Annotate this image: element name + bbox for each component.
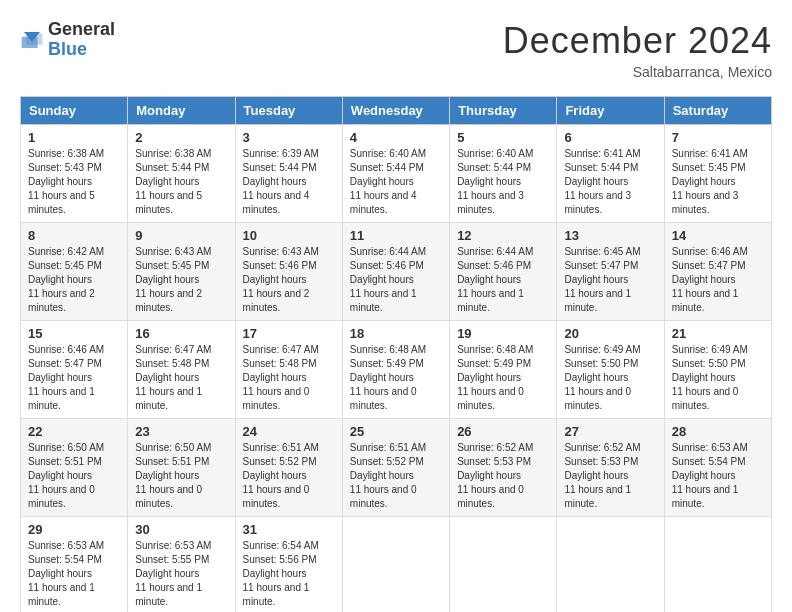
day-info: Sunrise: 6:53 AM Sunset: 5:55 PM Dayligh…	[135, 539, 227, 609]
logo-blue: Blue	[48, 40, 115, 60]
table-row	[342, 517, 449, 613]
daylight-label: Daylight hours	[28, 372, 92, 383]
daylight-value: 11 hours and 3 minutes.	[672, 190, 739, 215]
day-number: 28	[672, 424, 764, 439]
sunrise-label: Sunrise: 6:50 AM	[28, 442, 104, 453]
day-info: Sunrise: 6:53 AM Sunset: 5:54 PM Dayligh…	[672, 441, 764, 511]
daylight-value: 11 hours and 2 minutes.	[243, 288, 310, 313]
daylight-label: Daylight hours	[243, 274, 307, 285]
daylight-label: Daylight hours	[457, 176, 521, 187]
sunset-label: Sunset: 5:49 PM	[457, 358, 531, 369]
sunrise-label: Sunrise: 6:44 AM	[350, 246, 426, 257]
day-info: Sunrise: 6:52 AM Sunset: 5:53 PM Dayligh…	[564, 441, 656, 511]
day-number: 14	[672, 228, 764, 243]
daylight-label: Daylight hours	[457, 274, 521, 285]
daylight-label: Daylight hours	[135, 176, 199, 187]
sunset-label: Sunset: 5:44 PM	[350, 162, 424, 173]
daylight-label: Daylight hours	[564, 470, 628, 481]
sunrise-label: Sunrise: 6:49 AM	[672, 344, 748, 355]
day-number: 16	[135, 326, 227, 341]
daylight-label: Daylight hours	[28, 176, 92, 187]
day-number: 18	[350, 326, 442, 341]
title-area: December 2024 Saltabarranca, Mexico	[503, 20, 772, 80]
day-info: Sunrise: 6:47 AM Sunset: 5:48 PM Dayligh…	[243, 343, 335, 413]
day-number: 1	[28, 130, 120, 145]
table-row: 6 Sunrise: 6:41 AM Sunset: 5:44 PM Dayli…	[557, 125, 664, 223]
logo-general: General	[48, 20, 115, 40]
day-info: Sunrise: 6:50 AM Sunset: 5:51 PM Dayligh…	[28, 441, 120, 511]
daylight-label: Daylight hours	[672, 372, 736, 383]
daylight-label: Daylight hours	[28, 274, 92, 285]
day-number: 30	[135, 522, 227, 537]
sunset-label: Sunset: 5:45 PM	[135, 260, 209, 271]
daylight-label: Daylight hours	[243, 176, 307, 187]
day-info: Sunrise: 6:53 AM Sunset: 5:54 PM Dayligh…	[28, 539, 120, 609]
sunset-label: Sunset: 5:54 PM	[672, 456, 746, 467]
daylight-value: 11 hours and 1 minute.	[350, 288, 417, 313]
daylight-label: Daylight hours	[243, 568, 307, 579]
sunrise-label: Sunrise: 6:52 AM	[564, 442, 640, 453]
header-wednesday: Wednesday	[342, 97, 449, 125]
header-monday: Monday	[128, 97, 235, 125]
day-number: 9	[135, 228, 227, 243]
table-row: 18 Sunrise: 6:48 AM Sunset: 5:49 PM Dayl…	[342, 321, 449, 419]
table-row: 27 Sunrise: 6:52 AM Sunset: 5:53 PM Dayl…	[557, 419, 664, 517]
day-number: 31	[243, 522, 335, 537]
sunset-label: Sunset: 5:46 PM	[457, 260, 531, 271]
table-row	[557, 517, 664, 613]
day-number: 23	[135, 424, 227, 439]
logo: General Blue	[20, 20, 115, 60]
daylight-label: Daylight hours	[135, 372, 199, 383]
table-row: 20 Sunrise: 6:49 AM Sunset: 5:50 PM Dayl…	[557, 321, 664, 419]
daylight-value: 11 hours and 1 minute.	[564, 484, 631, 509]
daylight-value: 11 hours and 4 minutes.	[243, 190, 310, 215]
sunset-label: Sunset: 5:45 PM	[672, 162, 746, 173]
table-row: 1 Sunrise: 6:38 AM Sunset: 5:43 PM Dayli…	[21, 125, 128, 223]
day-number: 5	[457, 130, 549, 145]
day-info: Sunrise: 6:40 AM Sunset: 5:44 PM Dayligh…	[457, 147, 549, 217]
day-info: Sunrise: 6:44 AM Sunset: 5:46 PM Dayligh…	[457, 245, 549, 315]
sunrise-label: Sunrise: 6:40 AM	[457, 148, 533, 159]
header-sunday: Sunday	[21, 97, 128, 125]
month-title: December 2024	[503, 20, 772, 62]
sunset-label: Sunset: 5:51 PM	[28, 456, 102, 467]
table-row: 13 Sunrise: 6:45 AM Sunset: 5:47 PM Dayl…	[557, 223, 664, 321]
daylight-label: Daylight hours	[672, 274, 736, 285]
sunrise-label: Sunrise: 6:44 AM	[457, 246, 533, 257]
table-row: 15 Sunrise: 6:46 AM Sunset: 5:47 PM Dayl…	[21, 321, 128, 419]
day-info: Sunrise: 6:38 AM Sunset: 5:43 PM Dayligh…	[28, 147, 120, 217]
daylight-label: Daylight hours	[135, 470, 199, 481]
day-info: Sunrise: 6:39 AM Sunset: 5:44 PM Dayligh…	[243, 147, 335, 217]
sunset-label: Sunset: 5:50 PM	[564, 358, 638, 369]
day-number: 12	[457, 228, 549, 243]
sunrise-label: Sunrise: 6:54 AM	[243, 540, 319, 551]
daylight-label: Daylight hours	[672, 470, 736, 481]
day-info: Sunrise: 6:41 AM Sunset: 5:44 PM Dayligh…	[564, 147, 656, 217]
day-info: Sunrise: 6:44 AM Sunset: 5:46 PM Dayligh…	[350, 245, 442, 315]
table-row: 23 Sunrise: 6:50 AM Sunset: 5:51 PM Dayl…	[128, 419, 235, 517]
day-info: Sunrise: 6:38 AM Sunset: 5:44 PM Dayligh…	[135, 147, 227, 217]
header-friday: Friday	[557, 97, 664, 125]
daylight-label: Daylight hours	[564, 176, 628, 187]
page-header: General Blue December 2024 Saltabarranca…	[20, 20, 772, 80]
daylight-label: Daylight hours	[672, 176, 736, 187]
header-saturday: Saturday	[664, 97, 771, 125]
table-row: 21 Sunrise: 6:49 AM Sunset: 5:50 PM Dayl…	[664, 321, 771, 419]
table-row: 25 Sunrise: 6:51 AM Sunset: 5:52 PM Dayl…	[342, 419, 449, 517]
day-number: 4	[350, 130, 442, 145]
day-number: 24	[243, 424, 335, 439]
daylight-value: 11 hours and 2 minutes.	[135, 288, 202, 313]
sunrise-label: Sunrise: 6:53 AM	[28, 540, 104, 551]
sunset-label: Sunset: 5:53 PM	[457, 456, 531, 467]
table-row: 8 Sunrise: 6:42 AM Sunset: 5:45 PM Dayli…	[21, 223, 128, 321]
day-info: Sunrise: 6:40 AM Sunset: 5:44 PM Dayligh…	[350, 147, 442, 217]
table-row: 26 Sunrise: 6:52 AM Sunset: 5:53 PM Dayl…	[450, 419, 557, 517]
sunrise-label: Sunrise: 6:41 AM	[564, 148, 640, 159]
day-number: 2	[135, 130, 227, 145]
day-number: 10	[243, 228, 335, 243]
day-info: Sunrise: 6:46 AM Sunset: 5:47 PM Dayligh…	[28, 343, 120, 413]
day-number: 20	[564, 326, 656, 341]
day-number: 15	[28, 326, 120, 341]
table-row	[450, 517, 557, 613]
daylight-value: 11 hours and 1 minute.	[672, 288, 739, 313]
